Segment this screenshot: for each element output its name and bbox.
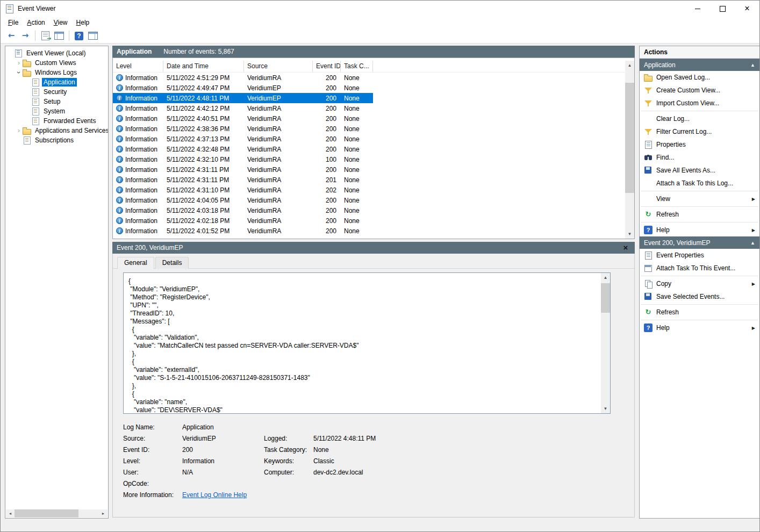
action-copy[interactable]: Copy▶ — [640, 277, 759, 290]
column-header-event-id[interactable]: Event ID — [313, 61, 341, 72]
action-refresh[interactable]: Refresh — [640, 208, 759, 221]
event-level: Information — [113, 105, 163, 112]
toolbar-forward-button[interactable] — [19, 30, 32, 42]
action-clear-log[interactable]: Clear Log... — [640, 112, 759, 125]
tree-item-security[interactable]: Security — [5, 87, 108, 97]
action-save-selected-events[interactable]: Save Selected Events... — [640, 290, 759, 303]
column-header-task-c[interactable]: Task C... — [341, 61, 373, 72]
minimize-button[interactable] — [685, 1, 710, 17]
action-open-saved-log[interactable]: Open Saved Log... — [640, 71, 759, 84]
toolbar-show-action-pane-button[interactable] — [87, 30, 99, 42]
field-value: dev-dc2.dev.local — [313, 469, 634, 476]
event-row[interactable]: Information5/11/2022 4:42:12 PMVeridiumR… — [113, 103, 373, 113]
column-header-level[interactable]: Level — [113, 61, 163, 72]
tree-item-subscriptions[interactable]: Subscriptions — [5, 135, 108, 145]
scroll-down-button[interactable]: ▼ — [601, 404, 610, 413]
event-level: Information — [113, 227, 163, 235]
event-row[interactable]: Information5/11/2022 4:03:18 PMVeridiumR… — [113, 205, 373, 215]
event-row[interactable]: Information5/11/2022 4:40:51 PMVeridiumR… — [113, 113, 373, 124]
event-row[interactable]: Information5/11/2022 4:49:47 PMVeridiumE… — [113, 83, 373, 93]
toolbar-back-button[interactable] — [5, 30, 18, 42]
actions-section-event-200-veridiumep[interactable]: Event 200, VeridiumEP▲ — [640, 236, 759, 249]
action-label: Save All Events As... — [656, 167, 715, 174]
chevron-collapsed-icon[interactable]: › — [15, 59, 23, 67]
action-help[interactable]: Help▶ — [640, 224, 759, 236]
event-row[interactable]: Information5/11/2022 4:37:13 PMVeridiumR… — [113, 134, 373, 144]
action-create-custom-view[interactable]: Create Custom View... — [640, 84, 759, 97]
scrollbar-thumb[interactable] — [601, 283, 610, 313]
event-row[interactable]: Information5/11/2022 4:48:11 PMVeridiumE… — [113, 93, 373, 103]
event-row[interactable]: Information5/11/2022 4:51:29 PMVeridiumR… — [113, 73, 373, 83]
event-row[interactable]: Information5/11/2022 4:01:52 PMVeridiumR… — [113, 226, 373, 236]
event-row[interactable]: Information5/11/2022 4:32:48 PMVeridiumR… — [113, 144, 373, 154]
action-filter-current-log[interactable]: Filter Current Log... — [640, 125, 759, 138]
chevron-collapsed-icon[interactable]: › — [15, 127, 23, 134]
blank-icon — [644, 114, 653, 123]
action-attach-task-to-this-event[interactable]: Attach Task To This Event... — [640, 262, 759, 275]
action-save-all-events-as[interactable]: Save All Events As... — [640, 164, 759, 177]
scrollbar-track[interactable] — [625, 70, 634, 229]
scroll-left-button[interactable]: ◄ — [6, 509, 15, 517]
event-row[interactable]: Information5/11/2022 4:04:05 PMVeridiumR… — [113, 195, 373, 205]
event-log-online-help-link[interactable]: Event Log Online Help — [182, 491, 264, 499]
action-view[interactable]: View▶ — [640, 192, 759, 205]
main-content: Event Viewer (Local)›Custom Views›Window… — [1, 44, 759, 531]
information-icon — [116, 115, 123, 122]
tree-horizontal-scrollbar[interactable]: ◄ ► — [6, 509, 107, 517]
log-name: Application — [117, 48, 152, 55]
tree-item-windows-logs[interactable]: ›Windows Logs — [5, 68, 108, 77]
separator — [641, 222, 758, 222]
toolbar-help-button[interactable] — [73, 30, 85, 42]
scrollbar-track[interactable] — [601, 282, 610, 404]
tree-item-event-viewer-local[interactable]: Event Viewer (Local) — [5, 48, 108, 58]
action-properties[interactable]: Properties — [640, 138, 759, 151]
action-help[interactable]: Help▶ — [640, 321, 759, 334]
tree-item-application[interactable]: Application — [5, 77, 108, 87]
scrollbar-track[interactable] — [15, 509, 99, 517]
action-find[interactable]: Find... — [640, 151, 759, 164]
event-row[interactable]: Information5/11/2022 4:31:11 PMVeridiumR… — [113, 175, 373, 185]
menu-file[interactable]: File — [4, 18, 23, 27]
event-id: 200 — [313, 84, 341, 92]
event-row[interactable]: Information5/11/2022 4:02:18 PMVeridiumR… — [113, 215, 373, 226]
event-datetime: 5/11/2022 4:32:48 PM — [163, 146, 244, 153]
menu-view[interactable]: View — [49, 18, 72, 27]
toolbar-open-saved-log-button[interactable] — [39, 30, 52, 42]
scrollbar-thumb[interactable] — [15, 509, 78, 517]
description-scrollbar[interactable]: ▲ ▼ — [601, 273, 610, 413]
preview-close-button[interactable] — [621, 243, 630, 252]
tree-item-custom-views[interactable]: ›Custom Views — [5, 58, 108, 68]
tree-item-setup[interactable]: Setup — [5, 97, 108, 106]
maximize-button[interactable] — [710, 1, 735, 17]
action-attach-a-task-to-this-log[interactable]: Attach a Task To this Log... — [640, 177, 759, 190]
scroll-up-button[interactable]: ▲ — [625, 61, 634, 70]
event-row[interactable]: Information5/11/2022 4:31:11 PMVeridiumR… — [113, 164, 373, 175]
action-event-properties[interactable]: Event Properties — [640, 249, 759, 262]
chevron-expanded-icon[interactable]: › — [15, 69, 23, 76]
tree-item-applications-and-services-lo[interactable]: ›Applications and Services Lo — [5, 126, 108, 135]
scroll-right-button[interactable]: ► — [99, 509, 107, 517]
column-header-date-and-time[interactable]: Date and Time — [163, 61, 244, 72]
tree-item-forwarded-events[interactable]: Forwarded Events — [5, 116, 108, 126]
column-headers: LevelDate and TimeSourceEvent IDTask C..… — [113, 61, 634, 73]
scrollbar-thumb[interactable] — [625, 83, 634, 193]
tree-item-system[interactable]: System — [5, 106, 108, 116]
event-row[interactable]: Information5/11/2022 4:32:10 PMVeridiumR… — [113, 154, 373, 164]
event-row[interactable]: Information5/11/2022 4:31:10 PMVeridiumR… — [113, 185, 373, 195]
scroll-down-button[interactable]: ▼ — [625, 229, 634, 239]
tab-details[interactable]: Details — [155, 257, 189, 269]
tab-general[interactable]: General — [117, 257, 154, 269]
actions-section-application[interactable]: Application▲ — [640, 59, 759, 71]
collapse-icon[interactable]: ▲ — [750, 240, 755, 246]
event-row[interactable]: Information5/11/2022 4:38:36 PMVeridiumR… — [113, 124, 373, 134]
action-import-custom-view[interactable]: Import Custom View... — [640, 97, 759, 110]
toolbar-show-console-tree-button[interactable] — [53, 30, 66, 42]
menu-action[interactable]: Action — [23, 18, 49, 27]
events-scrollbar[interactable]: ▲ ▼ — [625, 61, 634, 239]
close-button[interactable] — [735, 1, 759, 17]
action-refresh[interactable]: Refresh — [640, 306, 759, 319]
scroll-up-button[interactable]: ▲ — [601, 273, 610, 282]
column-header-source[interactable]: Source — [244, 61, 313, 72]
collapse-icon[interactable]: ▲ — [750, 62, 755, 68]
menu-help[interactable]: Help — [72, 18, 94, 27]
